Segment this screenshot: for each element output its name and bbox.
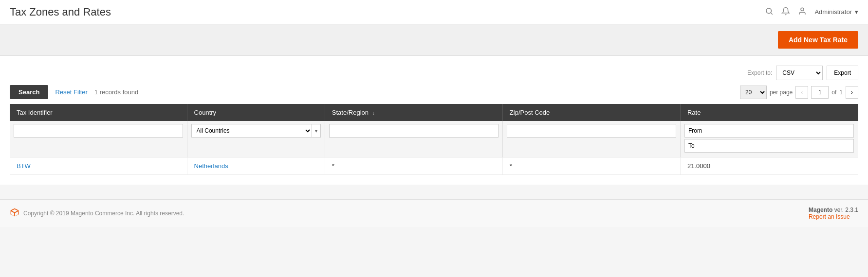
filter-rate-to-input[interactable]: To [684, 139, 854, 153]
cell-country: Netherlands [187, 157, 325, 175]
table-row: BTW Netherlands * * 21.0000 [10, 157, 858, 175]
search-icon[interactable] [765, 7, 774, 17]
footer-right: Magento ver. 2.3.1 Report an Issue [809, 207, 858, 220]
footer-copyright: Copyright © 2019 Magento Commerce Inc. A… [23, 210, 184, 217]
prev-page-button[interactable]: ‹ [795, 86, 808, 99]
filter-row: All Countries Netherlands United States … [10, 121, 858, 157]
cell-tax-identifier: BTW [10, 157, 187, 175]
filter-country-select[interactable]: All Countries Netherlands United States … [192, 124, 312, 137]
col-rate: Rate [680, 104, 858, 121]
user-name: Administrator [814, 8, 852, 16]
footer-version: ver. 2.3.1 [834, 207, 858, 213]
filter-tax-identifier-input[interactable] [14, 124, 183, 138]
col-zip-post-code: Zip/Post Code [502, 104, 680, 121]
filter-rate-from-input[interactable]: From [684, 124, 854, 138]
filter-state-region-cell [325, 121, 502, 157]
export-label: Export to: [747, 69, 772, 76]
search-left: Search Reset Filter 1 records found [10, 85, 138, 99]
col-state-region[interactable]: State/Region ↓ [325, 104, 502, 121]
sort-arrow-icon: ↓ [372, 110, 375, 116]
filter-country-cell: All Countries Netherlands United States … [187, 121, 325, 157]
search-button[interactable]: Search [10, 85, 48, 99]
filter-state-region-input[interactable] [329, 124, 499, 138]
select-arrow-icon: ▾ [312, 124, 320, 137]
filter-zip-post-code-input[interactable] [507, 124, 676, 138]
filter-tax-identifier-cell [10, 121, 187, 157]
filter-country-select-wrap: All Countries Netherlands United States … [191, 124, 321, 138]
cell-state-region: * [325, 157, 502, 175]
page-footer: Copyright © 2019 Magento Commerce Inc. A… [0, 199, 868, 227]
total-pages: 1 [839, 89, 843, 96]
filter-rate-to-wrap: To [684, 139, 854, 153]
top-header: Tax Zones and Rates Administrator ▾ [0, 0, 868, 24]
col-country: Country [187, 104, 325, 121]
svg-point-0 [766, 8, 772, 14]
user-menu[interactable]: Administrator ▾ [814, 8, 858, 16]
user-icon[interactable] [798, 7, 807, 17]
export-button[interactable]: Export [827, 66, 858, 80]
current-page-input[interactable]: 1 [811, 86, 829, 99]
svg-line-1 [771, 13, 773, 14]
filter-zip-post-code-cell [502, 121, 680, 157]
action-bar: Add New Tax Rate [0, 24, 868, 56]
main-content: Export to: CSV Excel XML Export Search R… [0, 56, 868, 185]
cell-zip-post-code: * [502, 157, 680, 175]
report-issue-link[interactable]: Report an Issue [809, 213, 850, 220]
footer-magento-label: Magento [809, 207, 832, 213]
magento-logo-icon [10, 208, 19, 220]
svg-point-2 [801, 8, 804, 11]
chevron-down-icon: ▾ [855, 8, 858, 16]
bell-icon[interactable] [781, 7, 790, 17]
pagination: 20 50 100 200 per page ‹ 1 of 1 › [740, 86, 858, 99]
search-bar-row: Search Reset Filter 1 records found 20 5… [10, 85, 858, 99]
reset-filter-button[interactable]: Reset Filter [55, 88, 87, 96]
col-tax-identifier: Tax Identifier [10, 104, 187, 121]
per-page-select[interactable]: 20 50 100 200 [740, 86, 767, 99]
table-header-row: Tax Identifier Country State/Region ↓ Zi… [10, 104, 858, 121]
tax-identifier-link[interactable]: BTW [17, 162, 31, 170]
page-of-label: of [831, 89, 836, 96]
next-page-button[interactable]: › [846, 86, 858, 99]
filter-rate-cell: From To [680, 121, 858, 157]
page-title: Tax Zones and Rates [10, 6, 111, 18]
add-new-tax-rate-button[interactable]: Add New Tax Rate [778, 31, 858, 49]
header-icons: Administrator ▾ [765, 7, 858, 17]
per-page-label: per page [770, 89, 793, 96]
export-row: Export to: CSV Excel XML Export [10, 66, 858, 80]
tax-rates-table: Tax Identifier Country State/Region ↓ Zi… [10, 104, 858, 175]
cell-rate: 21.0000 [680, 157, 858, 175]
filter-rate-from-wrap: From [684, 124, 854, 138]
country-link[interactable]: Netherlands [194, 162, 228, 170]
footer-left: Copyright © 2019 Magento Commerce Inc. A… [10, 208, 184, 220]
records-found: 1 records found [94, 88, 138, 96]
export-format-select[interactable]: CSV Excel XML [776, 66, 823, 80]
